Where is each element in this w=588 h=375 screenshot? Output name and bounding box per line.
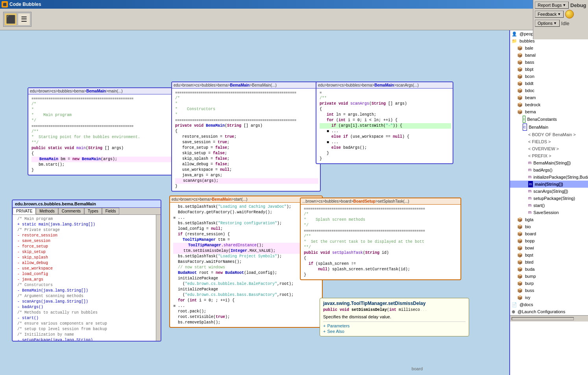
javadoc-see-also[interactable]: + See Also (323, 329, 466, 334)
list-item[interactable]: - save_session (15, 238, 158, 244)
report-bugs-button[interactable]: Report Bugs ▼ (535, 2, 569, 9)
canvas-area[interactable]: edu>brown>cs>bubbles>bema>BemaMain>main(… (0, 30, 509, 375)
bubble-constructor[interactable]: edu>brown>cs>bubbles>bema>BemaMain>BemaM… (171, 81, 321, 192)
sidebar-item[interactable]: 📦buda (510, 266, 588, 273)
board-label: board (412, 366, 423, 371)
tab-methods[interactable]: Methods (36, 208, 58, 214)
sidebar-item[interactable]: mstart() (510, 202, 588, 209)
list-item[interactable]: /* Constructors (15, 283, 158, 288)
sidebar-item[interactable]: 📦bale (510, 44, 588, 52)
sidebar-item[interactable]: 📦board (510, 230, 588, 237)
title-bar: ⬛ Code Bubbles _ □ ✕ (0, 0, 588, 9)
tab-fields[interactable]: Fields (102, 208, 120, 214)
list-tabs[interactable]: PRIVATE Methods Comments Types Fields (13, 208, 161, 215)
tab-private[interactable]: PRIVATE (13, 208, 36, 214)
tab-comments[interactable]: Comments (58, 208, 84, 214)
list-bubble-title: edu.brown.cs.bubbles.bema.BemaMain (13, 200, 161, 208)
sidebar-item[interactable]: 📦buss (510, 287, 588, 294)
list-item[interactable]: /* ensure various components are setup (15, 321, 158, 327)
sidebar-item[interactable]: 📦bedrock (510, 101, 588, 108)
sidebar-item[interactable]: mBemaMain(String[]) (510, 159, 588, 166)
sidebar-item[interactable]: IBenaConstants (510, 115, 588, 123)
icon-bubbles[interactable]: ⬛ (4, 13, 17, 26)
sidebar-item[interactable]: 📦banal (510, 52, 588, 59)
list-item[interactable]: - skip_splash (15, 255, 158, 260)
list-item[interactable]: - badArgs() (15, 305, 158, 310)
sidebar-item[interactable]: 📦bdoc (510, 87, 588, 94)
app-title: Code Bubbles (9, 2, 41, 7)
sidebar-item[interactable]: mbadArgs() (510, 166, 588, 174)
bubble-main-body: ■■■■■■■■■■■■■■■■■■■■■■■■■■■■■■■■■■■■■■■■… (28, 94, 180, 175)
options-button[interactable]: Options ▼ (535, 20, 560, 27)
sidebar-item[interactable]: CBenaMain (510, 123, 588, 131)
bubble-constructor-header: edu>brown>cs>bubbles>bema>BemaMain>BemaM… (172, 82, 320, 89)
sidebar-item[interactable]: ⊕@Launch Configurations (510, 308, 588, 315)
sidebar-item[interactable]: 📦bio (510, 223, 588, 230)
debug-indicator (565, 10, 574, 18)
tab-types[interactable]: Types (84, 208, 102, 214)
javadoc-body: Specifies the dismissal delay value. (323, 314, 466, 319)
list-item[interactable]: + static main(java.lang.String[]) (15, 222, 158, 227)
sidebar-item[interactable]: 📦beam (510, 94, 588, 101)
sidebar-item[interactable]: 📦bted (510, 259, 588, 266)
list-item[interactable]: - setupPackage(java.lang.String) (15, 338, 158, 341)
list-item[interactable]: - java_args (15, 277, 158, 283)
bubble-setsplashtask[interactable]: ...brown>cs>bubbles>board>BoardSetup>set… (300, 198, 461, 280)
bubble-list[interactable]: edu.brown.cs.bubbles.bema.BemaMain PRIVA… (12, 200, 161, 342)
idle-label: Idle (561, 20, 570, 26)
sidebar-item[interactable]: 📦bopp (510, 237, 588, 244)
bubble-start-header: edu>brown>cs>bema>BemaMain>start(...) (170, 196, 322, 203)
list-item[interactable]: - force_setup (15, 244, 158, 249)
javadoc-params[interactable]: + Parameters (323, 323, 466, 328)
list-item[interactable]: - restore_session (15, 233, 158, 238)
list-item[interactable]: - start() (15, 316, 158, 321)
sidebar-item[interactable]: 📦bqst (510, 251, 588, 259)
list-item[interactable]: - load_config (15, 272, 158, 277)
sidebar-item[interactable]: 📦bema (510, 108, 588, 115)
sidebar-item[interactable]: 📄@docs (510, 301, 588, 308)
sidebar-item[interactable]: < OVERVIEW > (510, 145, 588, 152)
sidebar-item[interactable]: msetupPackage(String) (510, 195, 588, 202)
list-item[interactable]: /* Main program (15, 216, 158, 222)
sidebar-item[interactable]: minitializePackage(String,Buda (510, 174, 588, 181)
sidebar-scrollbar[interactable] (510, 315, 588, 321)
list-item[interactable]: - use_workspace (15, 266, 158, 272)
list-item[interactable]: /* Initilization by name (15, 332, 158, 338)
sidebar-item[interactable]: 📦bbpt (510, 66, 588, 73)
sidebar-item[interactable]: 📦bass (510, 59, 588, 66)
list-item[interactable]: /* setup top level session from backup (15, 327, 158, 332)
bubble-setsplashtask-body: ■■■■■■■■■■■■■■■■■■■■■■■■■■■■■■■■■■■■■■■■… (301, 205, 460, 279)
sidebar-item[interactable]: 📦ivy (510, 294, 588, 301)
list-item[interactable]: - BemaMain(java.lang.String[]) (15, 288, 158, 294)
main-area: edu>brown>cs>bubbles>bema>BemaMain>main(… (0, 30, 588, 375)
sidebar-item[interactable]: < BODY OF BenaMain > (510, 131, 588, 138)
sidebar-item[interactable]: mSaveSession (510, 209, 588, 216)
sidebar-item[interactable]: < FIELDS > (510, 138, 588, 145)
bubble-main[interactable]: edu>brown>cs>bubbles>bema>BemaMain>main(… (28, 87, 181, 175)
sidebar-item[interactable]: 📦bcon (510, 73, 588, 80)
app-icon: ⬛ (2, 1, 8, 7)
sidebar-item[interactable]: 📦burp (510, 280, 588, 287)
sidebar-item[interactable]: mmain(String[]) (510, 181, 588, 188)
list-item[interactable]: /* Private storage (15, 227, 158, 233)
icon-list[interactable]: ☰ (18, 13, 30, 26)
feedback-button[interactable]: Feedback ▼ (535, 11, 564, 18)
sidebar-item[interactable]: 📦bowi (510, 244, 588, 251)
sidebar-item[interactable]: 📦bgta (510, 216, 588, 223)
sidebar-item[interactable]: < PREFIX > (510, 152, 588, 159)
javadoc-bubble[interactable]: javax.swing.ToolTipManager.setDismissDel… (320, 298, 469, 336)
list-item[interactable]: - skip_setup (15, 249, 158, 255)
sidebar-item[interactable]: 📦bump (510, 273, 588, 280)
right-sidebar[interactable]: 👤@people📁bubbles📦bale📦banal📦bass📦bbpt📦bc… (509, 30, 588, 375)
sidebar-items: 👤@people📁bubbles📦bale📦banal📦bass📦bbpt📦bc… (510, 30, 588, 315)
sidebar-item[interactable]: 📦bddt (510, 80, 588, 87)
list-scrollbar[interactable] (156, 215, 161, 341)
list-item[interactable]: - allow_debug (15, 260, 158, 266)
top-right-panel: Report Bugs ▼ Debug Feedback ▼ Options ▼… (533, 0, 588, 39)
list-item[interactable]: - scanArgs(java.lang.String[]) (15, 299, 158, 305)
list-item[interactable]: /* Argument scanning methods (15, 294, 158, 299)
sidebar-item[interactable]: mscanArgs(String[]) (510, 188, 588, 195)
bubble-constructor-body: ■■■■■■■■■■■■■■■■■■■■■■■■■■■■■■■■■■■■■■■■… (172, 89, 320, 191)
list-item[interactable]: /* Methods to actually run bubbles (15, 310, 158, 316)
bubble-scanargs[interactable]: edu>brown>cs>bubbles>bema>BemaMain>scanA… (316, 81, 453, 164)
